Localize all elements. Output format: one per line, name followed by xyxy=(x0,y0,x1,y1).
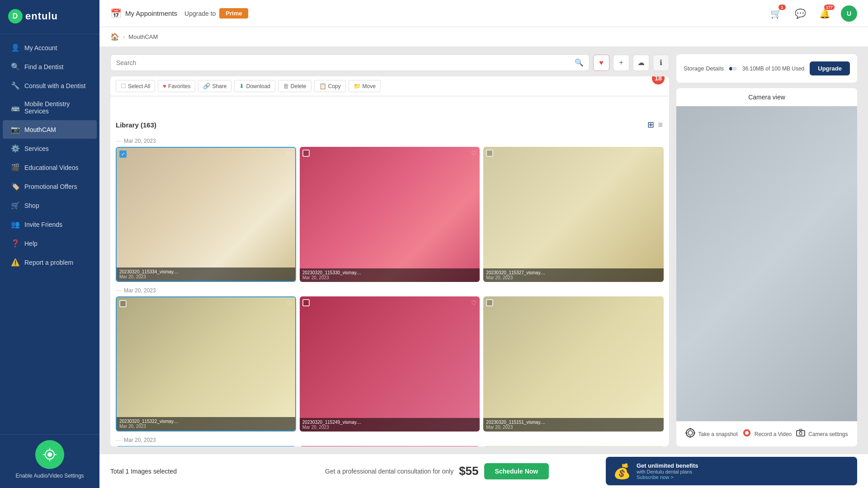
select-all-button[interactable]: ☐ Select All xyxy=(116,80,155,92)
tag-icon: 🏷️ xyxy=(11,182,20,191)
sidebar-item-shop[interactable]: 🛒 Shop xyxy=(3,196,97,215)
image-card[interactable]: ♡ 20230320_115151_vismay.... Mar 20, 202… xyxy=(483,296,664,432)
appointments-icon: 📅 xyxy=(110,8,122,19)
sidebar-item-mobile-dentistry[interactable]: 🚌 Mobile Dentistry Services xyxy=(3,95,97,120)
appointments-button[interactable]: 📅 My Appointments xyxy=(110,8,177,19)
svg-point-18 xyxy=(799,432,802,435)
delete-button[interactable]: 🗑 Delete xyxy=(278,80,311,92)
selected-info: Total 1 Images selected xyxy=(110,468,268,475)
image-card[interactable]: ♡ 20230320_115249_vismay.... Mar 20, 202… xyxy=(300,296,480,432)
image-card[interactable]: ✓ ♡ 20230320_115334_vismay.... Mar 20, 2… xyxy=(116,147,296,282)
promo-icon: 💰 xyxy=(613,463,631,480)
search-input[interactable] xyxy=(116,59,571,66)
checkbox-icon: ☐ xyxy=(121,83,126,89)
card-heart-4[interactable]: ♡ xyxy=(287,300,292,307)
card-checkbox-1[interactable]: ✓ xyxy=(119,150,127,158)
sidebar-item-my-account[interactable]: 👤 My Account xyxy=(3,38,97,57)
upgrade-storage-button[interactable]: Upgrade xyxy=(810,61,850,75)
card-checkbox-5[interactable] xyxy=(302,299,310,306)
record-button[interactable]: Record a Video xyxy=(742,428,792,440)
friends-icon: 👥 xyxy=(11,220,20,229)
promo-banner[interactable]: 💰 Get unlimited benefits with Dentulu de… xyxy=(606,457,857,485)
card-heart-3[interactable]: ♡ xyxy=(655,150,661,157)
snapshot-button[interactable]: Take a snapshot xyxy=(685,428,737,440)
cart-button[interactable]: 🛒 1 xyxy=(768,5,784,22)
svg-point-10 xyxy=(688,431,693,435)
camera-settings-icon xyxy=(796,428,806,440)
promo-text: Get unlimited benefits with Dentulu dent… xyxy=(637,462,850,480)
grid-view-button[interactable]: ⊞ xyxy=(646,119,655,131)
card-footer-4: 20230320_115322_vismay.... Mar 20, 2023 xyxy=(117,417,295,431)
upgrade-section: Upgrade to Prime xyxy=(184,8,248,19)
card-heart-5[interactable]: ♡ xyxy=(471,299,477,306)
breadcrumb-separator: › xyxy=(123,33,125,40)
sidebar-item-find-dentist[interactable]: 🔍 Find a Dentist xyxy=(3,57,97,76)
chat-button[interactable]: 💬 xyxy=(792,5,808,22)
sidebar: D entulu 👤 My Account 🔍 Find a Dentist 🔧… xyxy=(0,0,99,488)
card-heart-1[interactable]: ♡ xyxy=(287,150,292,158)
heart-icon: ♥ xyxy=(163,83,166,89)
svg-text:entulu: entulu xyxy=(25,10,58,22)
avatar[interactable]: U xyxy=(841,5,857,22)
favorites-filter-button[interactable]: ♥ xyxy=(593,55,609,71)
card-heart-2[interactable]: ♡ xyxy=(471,150,477,157)
library-header: Library (163) ⊞ ≡ xyxy=(110,96,669,134)
image-card[interactable]: ♡ 20230320_115114_vismay.... Mar 20, 202… xyxy=(483,446,664,446)
share-button[interactable]: 🔗 Share xyxy=(198,80,231,92)
card-checkbox-3[interactable] xyxy=(486,150,493,157)
add-button[interactable]: ＋ xyxy=(613,55,629,71)
move-button[interactable]: 📁 Move xyxy=(349,80,381,92)
camera-card: Camera view xyxy=(676,88,857,446)
library-grid: Mar 20, 2023 ✓ ♡ 20230320_115334_vismay.… xyxy=(110,134,669,446)
schedule-button[interactable]: Schedule Now xyxy=(484,463,549,479)
library-title: Library (163) xyxy=(116,121,156,129)
breadcrumb: 🏠 › MouthCAM xyxy=(99,27,868,47)
sidebar-item-mouthcam[interactable]: 📷 MouthCAM xyxy=(3,120,97,139)
card-checkbox-2[interactable] xyxy=(302,150,310,157)
sidebar-item-promotional-offers[interactable]: 🏷️ Promotional Offers xyxy=(3,177,97,196)
main-split: 🔍 ♥ ＋ ☁ ℹ ☐ Select All xyxy=(99,47,868,454)
date-header-3: Mar 20, 2023 xyxy=(116,437,664,443)
card-checkbox-6[interactable] xyxy=(486,299,493,306)
sidebar-item-services[interactable]: ⚙️ Services xyxy=(3,139,97,158)
sidebar-item-help[interactable]: ❓ Help xyxy=(3,234,97,253)
image-card[interactable]: ♡ 20230320_115327_vismay.... Mar 20, 202… xyxy=(483,147,664,282)
toolbar-favorites-button[interactable]: ♥ Favorites xyxy=(158,80,195,92)
toolbar-notification-badge: 18 xyxy=(652,76,665,84)
copy-button[interactable]: 📋 Copy xyxy=(314,80,346,92)
floating-toolbar: ☐ Select All ♥ Favorites 🔗 Share ⬇ xyxy=(110,76,669,96)
card-footer-2: 20230320_115330_vismay.... Mar 20, 2023 xyxy=(300,268,480,282)
camera-controls: Take a snapshot Record a Video xyxy=(676,421,857,446)
image-card[interactable]: ♡ 20230320_115147_vismay.... Mar 20, 202… xyxy=(116,446,296,446)
image-card[interactable]: ♡ 20230320_115136_vismay.... Mar 20, 202… xyxy=(300,446,480,446)
video-icon: 🎬 xyxy=(11,163,20,172)
card-checkbox-4[interactable] xyxy=(119,300,127,307)
home-breadcrumb[interactable]: 🏠 xyxy=(110,33,119,41)
av-settings-button[interactable] xyxy=(35,440,64,469)
sidebar-item-educational-videos[interactable]: 🎬 Educational Videos xyxy=(3,158,97,177)
info-button[interactable]: ℹ xyxy=(653,55,669,71)
image-grid-2: ♡ 20230320_115322_vismay.... Mar 20, 202… xyxy=(116,296,664,432)
logo[interactable]: D entulu xyxy=(0,0,99,34)
notifications-button[interactable]: 🔔 177 xyxy=(816,5,833,22)
image-card[interactable]: ♡ 20230320_115322_vismay.... Mar 20, 202… xyxy=(116,296,296,432)
sidebar-item-consult-dentist[interactable]: 🔧 Consult with a Dentist xyxy=(3,76,97,95)
image-grid-1: ✓ ♡ 20230320_115334_vismay.... Mar 20, 2… xyxy=(116,147,664,282)
cart-badge: 1 xyxy=(778,5,786,10)
promo-link[interactable]: Subscribe now > xyxy=(637,474,850,480)
search-bar: 🔍 xyxy=(110,54,590,71)
storage-text: 36.10MB of 100 MB Used xyxy=(742,66,804,72)
card-heart-6[interactable]: ♡ xyxy=(655,299,661,306)
card-footer-6: 20230320_115151_vismay.... Mar 20, 2023 xyxy=(483,418,664,432)
search-icon[interactable]: 🔍 xyxy=(575,58,584,67)
warning-icon: ⚠️ xyxy=(11,258,20,267)
list-view-button[interactable]: ≡ xyxy=(657,119,664,131)
search-row: 🔍 ♥ ＋ ☁ ℹ xyxy=(110,54,669,71)
sidebar-item-report-problem[interactable]: ⚠️ Report a problem xyxy=(3,253,97,272)
sidebar-item-invite-friends[interactable]: 👥 Invite Friends xyxy=(3,215,97,234)
download-button[interactable]: ⬇ Download xyxy=(234,80,275,92)
image-card[interactable]: ♡ 20230320_115330_vismay.... Mar 20, 202… xyxy=(300,147,480,282)
camera-settings-button[interactable]: Camera settings xyxy=(796,428,848,440)
prime-badge[interactable]: Prime xyxy=(219,8,248,19)
upload-button[interactable]: ☁ xyxy=(633,55,649,71)
